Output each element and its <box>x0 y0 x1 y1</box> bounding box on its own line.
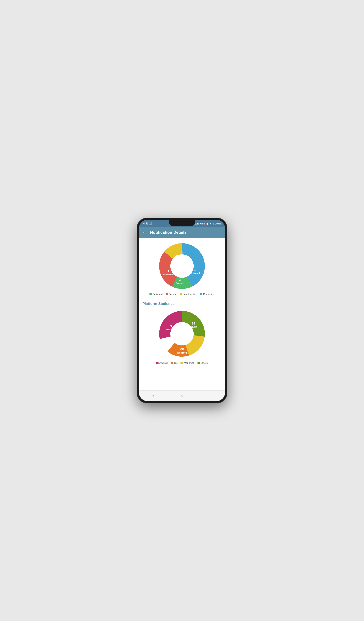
nav-back-button[interactable]: ◁ <box>152 394 155 398</box>
phone-device: 4:51:29 1.51 KB/S ⏰ ▼ ▲ 100% ← Notificat… <box>137 218 227 403</box>
app-bar: ← Notification Details <box>139 227 225 238</box>
ios-value: 8 <box>166 338 167 342</box>
platform-legend: Android iOS Web Push Others <box>142 362 222 364</box>
notification-donut-chart: 3 Remaining 1 Delivered 2 Errored 1 Unsu… <box>158 242 206 290</box>
legend-dot-delivered <box>149 293 152 295</box>
signal-icon: ▲ <box>212 223 215 225</box>
notification-chart-section: 3 Remaining 1 Delivered 2 Errored 1 Unsu… <box>139 238 225 298</box>
delivered-value: 1 <box>194 268 196 272</box>
phone-notch <box>169 220 195 226</box>
legend-dot-ios <box>171 362 173 364</box>
remaining-value: 3 <box>181 251 183 254</box>
legend-label-others: Others <box>201 362 208 364</box>
platform-title: Platform Statistics <box>142 302 222 306</box>
notification-donut-container: 3 Remaining 1 Delivered 2 Errored 1 Unsu… <box>142 242 222 290</box>
unsubscribed-value: 1 <box>168 270 169 273</box>
status-right: 1.51 KB/S ⏰ ▼ ▲ 100% <box>195 223 221 225</box>
others-value: 14 <box>192 322 195 325</box>
legend-item-remaining: Remaining <box>200 293 215 295</box>
legend-dot-unsubscribed <box>180 293 182 295</box>
platform-donut-chart: 14 Others 9 Web Push 8 iOS 20 Android <box>157 309 207 359</box>
legend-label-errored: Errored <box>169 293 177 295</box>
legend-item-errored: Errored <box>166 293 177 295</box>
errored-label: Errored <box>175 282 184 284</box>
others-label: Others <box>190 326 197 328</box>
legend-label-unsubscribed: Unsubscribed <box>183 293 197 295</box>
legend-label-ios: iOS <box>174 362 177 364</box>
unsubscribed-label: Unsubscribed <box>161 274 175 276</box>
legend-item-android: Android <box>156 362 168 364</box>
wifi-icon: ▼ <box>209 223 211 225</box>
legend-label-remaining: Remaining <box>203 293 215 295</box>
android-value: 20 <box>180 347 184 351</box>
alarm-icon: ⏰ <box>206 223 208 225</box>
remaining-label: Remaining <box>176 255 188 258</box>
notification-legend: Delivered Errored Unsubscribed Remaining <box>142 293 222 295</box>
legend-dot-android <box>156 362 158 364</box>
legend-dot-others <box>198 362 200 364</box>
android-label: Android <box>177 351 187 354</box>
delivered-label: Delivered <box>190 272 200 275</box>
legend-label-webpush: Web Push <box>184 362 194 364</box>
legend-label-delivered: Delivered <box>153 293 162 295</box>
legend-label-android: Android <box>159 362 168 364</box>
main-content: 3 Remaining 1 Delivered 2 Errored 1 Unsu… <box>139 238 225 390</box>
back-button[interactable]: ← <box>142 230 147 235</box>
battery-status: 100% <box>215 223 221 225</box>
legend-item-ios: iOS <box>171 362 177 364</box>
data-speed: 1.51 KB/S <box>195 223 205 225</box>
webpush-value: 9 <box>170 325 172 328</box>
legend-dot-remaining <box>200 293 202 295</box>
page-title: Notification Details <box>150 230 187 235</box>
errored-value: 2 <box>179 278 181 281</box>
legend-item-unsubscribed: Unsubscribed <box>180 293 197 295</box>
legend-item-webpush: Web Push <box>180 362 194 364</box>
legend-item-delivered: Delivered <box>149 293 162 295</box>
webpush-label: Web Push <box>166 328 176 331</box>
status-time: 4:51:29 <box>143 222 152 225</box>
ios-label: iOS <box>165 342 169 345</box>
platform-donut-container: 14 Others 9 Web Push 8 iOS 20 Android <box>142 309 222 359</box>
platform-stats-section: Platform Statistics <box>139 298 225 367</box>
nav-bar: ◁ ○ □ <box>139 390 225 401</box>
legend-dot-errored <box>166 293 168 295</box>
legend-item-others: Others <box>198 362 208 364</box>
nav-recent-button[interactable]: □ <box>210 394 212 398</box>
nav-home-button[interactable]: ○ <box>181 394 184 398</box>
legend-dot-webpush <box>180 362 183 364</box>
